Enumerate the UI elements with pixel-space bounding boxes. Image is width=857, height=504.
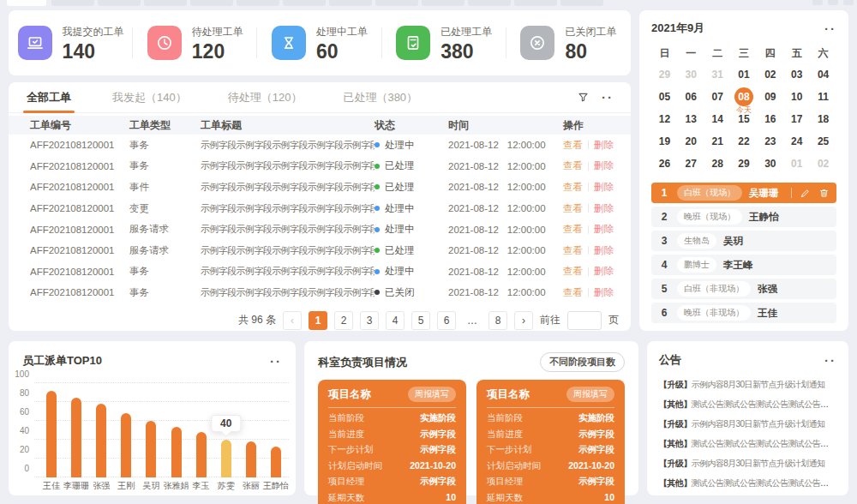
- chart-bar[interactable]: [46, 391, 57, 477]
- calendar-day[interactable]: 28: [704, 153, 731, 175]
- calendar-day[interactable]: 01: [731, 63, 758, 86]
- page-button[interactable]: 1: [309, 311, 327, 330]
- view-link[interactable]: 查看: [563, 244, 583, 257]
- pencil-icon[interactable]: [800, 188, 811, 199]
- calendar-day[interactable]: 31: [704, 63, 731, 86]
- calendar-day[interactable]: 26: [651, 153, 678, 175]
- calendar-day[interactable]: 30: [757, 153, 783, 175]
- page-button[interactable]: 6: [437, 311, 456, 330]
- top-tab[interactable]: [144, 0, 187, 6]
- chart-bar[interactable]: [246, 441, 256, 477]
- delete-link[interactable]: 删除: [594, 223, 614, 236]
- chart-bar[interactable]: [71, 398, 81, 478]
- calendar-day[interactable]: 13: [678, 108, 704, 130]
- filter-icon[interactable]: [577, 91, 590, 104]
- calendar-day[interactable]: 04: [810, 63, 836, 86]
- delete-link[interactable]: 删除: [594, 159, 614, 172]
- roster-row[interactable]: 4鹏博士李王峰: [651, 255, 836, 275]
- calendar-day[interactable]: 02: [810, 153, 836, 175]
- calendar-day[interactable]: 18: [810, 108, 836, 130]
- top-tab[interactable]: [422, 0, 464, 6]
- page-button[interactable]: 2: [334, 311, 353, 330]
- goto-page-input[interactable]: [567, 311, 602, 330]
- roster-row[interactable]: 2晚班（现场）王静怡: [651, 207, 836, 227]
- calendar-day[interactable]: 03: [783, 63, 810, 86]
- delete-link[interactable]: 删除: [594, 139, 614, 152]
- chart-bar[interactable]: [96, 404, 106, 477]
- prev-page-button[interactable]: ‹: [283, 311, 302, 330]
- notice-item[interactable]: 【其他】测试公告测试公告测试公告测试公告测试公告: [659, 434, 836, 453]
- calendar-day[interactable]: 12: [651, 108, 678, 130]
- calendar-day[interactable]: 25: [810, 130, 836, 153]
- view-link[interactable]: 查看: [563, 265, 583, 278]
- delete-link[interactable]: 删除: [594, 202, 614, 215]
- view-link[interactable]: 查看: [563, 202, 583, 215]
- top-tab[interactable]: [560, 0, 603, 6]
- calendar-day[interactable]: 08今天: [731, 86, 758, 108]
- workorder-tab[interactable]: 待处理（120）: [228, 82, 303, 113]
- notice-item[interactable]: 【升级】示例内容8月30日新节点升级计划通知: [659, 375, 836, 394]
- chart-bar[interactable]: [171, 427, 182, 477]
- top-tab[interactable]: [237, 0, 279, 6]
- chart-bar[interactable]: [146, 421, 156, 477]
- calendar-day[interactable]: 07: [704, 86, 731, 108]
- view-link[interactable]: 查看: [563, 181, 583, 194]
- chart-bar[interactable]: [121, 413, 131, 477]
- calendar-day[interactable]: 30: [678, 63, 704, 86]
- window-control[interactable]: [843, 0, 854, 5]
- calendar-day[interactable]: 01: [783, 153, 810, 175]
- window-control[interactable]: [828, 0, 838, 5]
- notice-item[interactable]: 【其他】测试公告测试公告测试公告测试公告测试公告: [659, 394, 836, 414]
- page-button[interactable]: 3: [360, 311, 379, 330]
- top-tab[interactable]: [468, 0, 511, 6]
- calendar-day[interactable]: 16: [757, 108, 783, 130]
- more-icon[interactable]: ··: [270, 355, 282, 368]
- calendar-day[interactable]: 22: [731, 130, 758, 153]
- calendar-day[interactable]: 09: [757, 86, 783, 108]
- notice-item[interactable]: 【升级】示例内容8月30日新节点升级计划通知: [659, 453, 836, 473]
- calendar-day[interactable]: 29: [651, 63, 678, 86]
- page-button[interactable]: 4: [386, 311, 405, 330]
- more-icon[interactable]: ··: [824, 22, 836, 35]
- chart-bar[interactable]: [196, 432, 207, 477]
- delete-link[interactable]: 删除: [594, 181, 614, 194]
- roster-row[interactable]: 3生物岛吴玥: [651, 231, 836, 251]
- calendar-day[interactable]: 20: [678, 130, 704, 153]
- roster-row[interactable]: 1白班（现场）吴珊珊: [651, 183, 836, 203]
- chart-bar[interactable]: [221, 440, 231, 477]
- more-icon[interactable]: ··: [824, 354, 836, 367]
- workorder-tab[interactable]: 已处理（380）: [343, 82, 417, 113]
- calendar-day[interactable]: 02: [757, 63, 783, 86]
- chart-bar[interactable]: [271, 447, 281, 477]
- page-button[interactable]: 8: [488, 311, 507, 330]
- trash-icon[interactable]: [818, 188, 830, 199]
- workorder-tab[interactable]: 我发起（140）: [112, 82, 187, 113]
- calendar-day[interactable]: 10: [783, 86, 810, 108]
- top-tab[interactable]: [98, 0, 141, 6]
- page-button[interactable]: 5: [411, 311, 430, 330]
- roster-row[interactable]: 5白班（非现场）张强: [651, 279, 836, 299]
- notice-item[interactable]: 【升级】示例内容8月30日新节点升级计划通知: [659, 414, 836, 434]
- top-tab[interactable]: [375, 0, 418, 6]
- view-link[interactable]: 查看: [563, 159, 583, 172]
- roster-row[interactable]: 6晚班（非现场）王佳: [651, 303, 836, 323]
- calendar-day[interactable]: 06: [678, 86, 704, 108]
- top-tab[interactable]: [51, 0, 94, 6]
- top-tab[interactable]: [283, 0, 326, 6]
- top-tab[interactable]: [329, 0, 372, 6]
- next-page-button[interactable]: ›: [514, 311, 533, 330]
- view-link[interactable]: 查看: [563, 223, 583, 236]
- calendar-day[interactable]: 24: [783, 130, 810, 153]
- more-icon[interactable]: ··: [602, 91, 614, 104]
- calendar-day[interactable]: 19: [651, 130, 678, 153]
- weekly-report-badge[interactable]: 周报填写: [408, 387, 456, 402]
- calendar-day[interactable]: 29: [731, 153, 758, 175]
- weekly-report-badge[interactable]: 周报填写: [566, 387, 614, 402]
- calendar-day[interactable]: 17: [783, 108, 810, 130]
- notice-item[interactable]: 【其他】测试公告测试公告测试公告测试公告测试公告: [659, 473, 836, 493]
- stage-count-button[interactable]: 不同阶段项目数: [540, 352, 625, 372]
- top-tab[interactable]: [190, 0, 233, 6]
- calendar-day[interactable]: 14: [704, 108, 731, 130]
- top-tab-active[interactable]: [7, 0, 46, 6]
- window-control[interactable]: [812, 0, 823, 5]
